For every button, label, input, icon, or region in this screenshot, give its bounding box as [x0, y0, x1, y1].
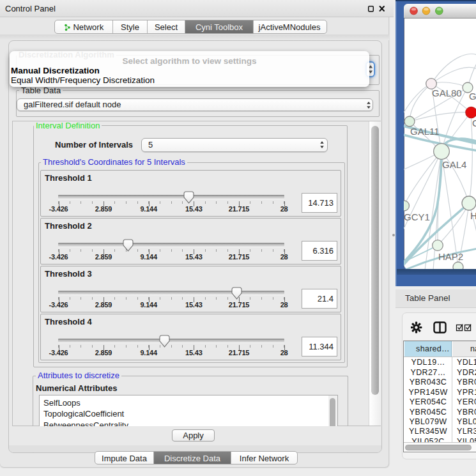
svg-text:GAL80: GAL80	[432, 88, 462, 98]
svg-text:GAL11: GAL11	[410, 126, 440, 137]
svg-text:GA: GA	[472, 118, 476, 128]
svg-text:GCY1: GCY1	[404, 211, 430, 222]
svg-text:HAP2: HAP2	[438, 251, 463, 262]
svg-text:GAL4: GAL4	[442, 159, 466, 170]
svg-text:HI: HI	[470, 210, 476, 221]
svg-text:GA: GA	[469, 91, 476, 102]
